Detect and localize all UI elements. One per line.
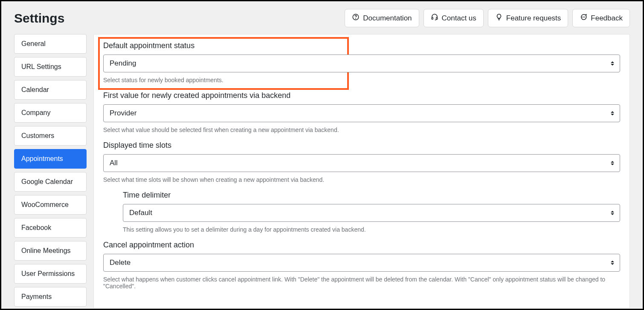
field-default-status: Default appointment status Pending Selec… [98, 37, 625, 89]
field-help: Select what value should be selected fir… [103, 126, 620, 133]
header-actions: Documentation Contact us Feature request… [345, 9, 630, 27]
default-status-select[interactable]: Pending [103, 55, 620, 72]
button-label: Documentation [363, 14, 412, 23]
field-first-value: First value for newly created appointmen… [103, 91, 620, 133]
sidebar-item-facebook[interactable]: Facebook [14, 218, 87, 238]
sidebar-item-appointments[interactable]: Appointments [14, 149, 87, 169]
sidebar-item-company[interactable]: Company [14, 103, 87, 123]
first-value-select[interactable]: Provider [103, 104, 620, 122]
help-circle-icon [352, 13, 360, 23]
lightbulb-icon [495, 13, 503, 23]
contact-button[interactable]: Contact us [424, 9, 484, 27]
feature-requests-button[interactable]: Feature requests [488, 9, 569, 27]
cancel-action-select[interactable]: Delete [103, 254, 620, 272]
button-label: Feature requests [506, 14, 561, 23]
sidebar-item-general[interactable]: General [14, 34, 87, 54]
field-time-delimiter: Time delimiter Default This setting allo… [123, 191, 620, 233]
documentation-button[interactable]: Documentation [345, 9, 419, 27]
field-displayed-slots: Displayed time slots All Select what tim… [103, 141, 620, 183]
field-help: Select what time slots will be shown whe… [103, 176, 620, 183]
field-help: This setting allows you to set a delimit… [123, 226, 620, 233]
button-label: Feedback [591, 14, 623, 23]
sidebar-item-google-calendar[interactable]: Google Calendar [14, 172, 87, 192]
settings-panel: Default appointment status Pending Selec… [93, 34, 630, 309]
svg-rect-2 [432, 17, 433, 20]
button-label: Contact us [442, 14, 476, 23]
field-label: Cancel appointment action [103, 241, 620, 250]
page-title: Settings [14, 11, 64, 26]
svg-point-5 [583, 17, 584, 17]
sidebar-item-user-permissions[interactable]: User Permissions [14, 264, 87, 284]
select-value: Delete [103, 254, 620, 272]
field-label: First value for newly created appointmen… [103, 91, 620, 100]
time-delimiter-select[interactable]: Default [123, 204, 620, 222]
svg-point-1 [356, 18, 356, 19]
headset-icon [431, 13, 438, 23]
svg-point-6 [585, 17, 585, 17]
sidebar-item-customers[interactable]: Customers [14, 126, 87, 146]
feedback-button[interactable]: Feedback [572, 9, 630, 27]
field-label: Displayed time slots [103, 141, 620, 150]
select-value: Pending [103, 55, 620, 72]
field-help: Select status for newly booked appointme… [103, 77, 620, 83]
chat-icon [580, 13, 587, 23]
sidebar-item-calendar[interactable]: Calendar [14, 80, 87, 100]
displayed-slots-select[interactable]: All [103, 154, 620, 172]
select-value: Default [123, 204, 620, 222]
field-help: Select what happens when customer clicks… [103, 276, 620, 290]
sidebar-item-online-meetings[interactable]: Online Meetings [14, 241, 87, 261]
sidebar-item-woocommerce[interactable]: WooCommerce [14, 195, 87, 215]
field-label: Time delimiter [123, 191, 620, 200]
sidebar-item-payments[interactable]: Payments [14, 287, 87, 307]
settings-sidebar: General URL Settings Calendar Company Cu… [14, 34, 87, 309]
sidebar-item-url-settings[interactable]: URL Settings [14, 57, 87, 77]
svg-point-4 [582, 17, 583, 17]
svg-rect-3 [436, 17, 437, 20]
field-label: Default appointment status [103, 41, 620, 50]
select-value: All [103, 154, 620, 172]
select-value: Provider [103, 104, 620, 122]
field-cancel-action: Cancel appointment action Delete Select … [103, 241, 620, 290]
